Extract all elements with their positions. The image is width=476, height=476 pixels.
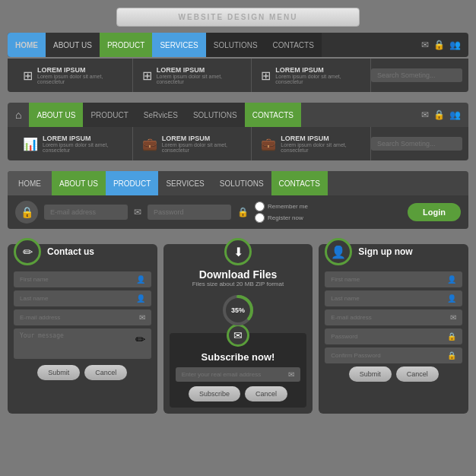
firstname-input[interactable] [20,276,136,283]
email-row: ✉ [14,309,151,325]
signup-confirm-input[interactable] [331,352,447,359]
chart-icon: 📊 [23,137,38,151]
grid-icon-2: ⊞ [142,68,152,83]
download-icon: ⬇ [233,245,243,259]
nav3-contacts[interactable]: CONTACTS [271,171,328,195]
subscribe-email-input[interactable] [182,371,289,378]
login-button[interactable]: Login [408,203,461,221]
signup-firstname-input[interactable] [331,276,447,283]
lock-icon-signup: 🔒 [447,332,456,341]
nav3-product[interactable]: PRODUCT [106,171,158,195]
login-lock-icon: 🔒 [15,201,38,224]
signup-btn-row: Submit Cancel [325,367,462,382]
email-icon-login: ✉ [134,207,141,217]
contact-submit-button[interactable]: Submit [37,365,80,380]
nav-bar-3: HOME ABOUT US PRODUCT SERVICES SOLUTIONS… [8,171,468,195]
submenu2-text-3: LOREM IPSUM Lorem ipsum dolor sit amet, … [281,135,361,153]
login-email-input[interactable] [44,205,128,220]
signup-firstname-row: 👤 [325,271,462,287]
pencil-icon-msg: ✏ [135,332,145,347]
nav1-about[interactable]: ABOUT US [46,33,100,57]
signup-lastname-input[interactable] [331,295,447,302]
nav3-about[interactable]: ABOUT US [52,171,106,195]
user-icon-contact: 👤 [136,275,145,284]
remember-radio[interactable] [255,202,265,211]
submenu-sub-2: Lorem ipsum dolor sit amet, consectetur [157,74,243,84]
submenu2-sub-2: Lorem ipsum dolor sit amet, consectetur [162,142,243,153]
nav-bar-2: ⌂ ABOUT US PRODUCT SeRvicES SOLUTIONS CO… [8,103,468,127]
submenu2-text-1: LOREM IPSUM Lorem ipsum dolor sit amet, … [43,135,123,153]
nav1-services[interactable]: SERVICES [152,33,205,57]
subscribe-section: ✉ Subscribe now! ✉ Subscribe Cancel [170,333,307,408]
submenu-title-2: LOREM IPSUM [157,66,243,74]
register-radio[interactable] [255,213,265,223]
subscribe-btn-row: Subscribe Cancel [176,386,301,401]
submenu-item-3: ⊞ LOREM IPSUM Lorem ipsum dolor sit amet… [252,59,371,92]
user-icon-s2: 👤 [447,294,456,303]
signup-password-row: 🔒 [325,328,462,344]
nav3-services[interactable]: SERVICES [158,171,211,195]
lock-icon-confirm: 🔒 [447,351,456,360]
contact-cancel-button[interactable]: Cancel [84,365,127,380]
signup-password-input[interactable] [331,333,447,340]
login-password-input[interactable] [148,205,231,220]
nav3-home[interactable]: HOME [8,171,52,195]
submenu-sub-1: Lorem ipsum dolor sit amet, consectetur [37,74,123,84]
nav1-contacts[interactable]: CONTACTS [265,33,322,57]
bag-icon-2: 💼 [261,137,276,151]
submenu2-item-3: 💼 LOREM IPSUM Lorem ipsum dolor sit amet… [252,127,371,160]
page-title: WEBSITE DESIGN MENU [140,13,336,21]
signup-cancel-button[interactable]: Cancel [396,367,439,382]
user-icon-contact-2: 👤 [136,294,145,303]
nav2-solutions[interactable]: SOLUTIONS [186,103,245,127]
contact-icon-circle: ✏ [14,238,41,265]
grid-icon-3: ⊞ [261,68,271,83]
nav-section-1: HOME ABOUT US PRODUCT SERVICES SOLUTIONS… [8,33,468,98]
subscribe-button[interactable]: Subscribe [189,386,240,401]
subscribe-email-icon: ✉ [233,329,243,341]
email-icon-contact: ✉ [139,313,145,322]
email-icon-signup: ✉ [450,313,456,322]
submenu2-text-2: LOREM IPSUM Lorem ipsum dolor sit amet, … [162,135,243,153]
email-input-contact[interactable] [20,314,139,321]
nav2-home[interactable]: ⌂ [8,103,29,127]
signup-icon-circle: 👤 [325,238,352,265]
user-icon-signup: 👤 [331,245,346,259]
submenu-text-3: LOREM IPSUM Lorem ipsum dolor sit amet, … [275,66,361,84]
nav3-solutions[interactable]: SOLUTIONS [212,171,271,195]
nav1-icons: ✉ 🔒 👥 [414,33,468,57]
submenu2-sub-3: Lorem ipsum dolor sit amet, consectetur [281,142,361,153]
progress-label: 35% [231,306,245,314]
submenu-text-1: LOREM IPSUM Lorem ipsum dolor sit amet, … [37,66,123,84]
subscribe-cancel-button[interactable]: Cancel [245,386,287,401]
download-card: ⬇ Download Files Files size about 20 MB … [163,244,313,414]
submenu2-sub-1: Lorem ipsum dolor sit amet, consectetur [43,142,123,153]
email-icon: ✉ [421,40,429,50]
submenu2-item-2: 💼 LOREM IPSUM Lorem ipsum dolor sit amet… [133,127,252,160]
lastname-row: 👤 [14,290,151,306]
search-input-2[interactable] [371,137,462,151]
message-textarea[interactable] [20,332,135,355]
nav-section-2: ⌂ ABOUT US PRODUCT SeRvicES SOLUTIONS CO… [8,103,468,167]
signup-email-input[interactable] [331,314,450,321]
users-icon: 👥 [449,40,461,50]
nav1-solutions[interactable]: SOLUTIONS [206,33,265,57]
subscribe-input-row: ✉ [176,367,301,382]
search-wrap-1 [371,68,462,82]
user-icon-s1: 👤 [447,275,456,284]
lastname-input[interactable] [20,295,136,302]
lock-icon: 🔒 [433,40,445,50]
nav1-home[interactable]: HOME [8,33,46,57]
nav2-services[interactable]: SeRvicES [136,103,186,127]
login-bar: 🔒 ✉ 🔒 Remember me Register now Login [8,195,468,229]
remember-label: Remember me [268,203,308,210]
nav2-about[interactable]: ABOUT US [29,103,83,127]
nav2-product[interactable]: PRODUCT [83,103,135,127]
nav2-contacts[interactable]: CONTACTS [245,103,301,127]
signup-submit-button[interactable]: Submit [349,367,392,382]
subscribe-email-icon-2: ✉ [288,370,294,379]
submenu-text-2: LOREM IPSUM Lorem ipsum dolor sit amet, … [157,66,243,84]
search-input-1[interactable] [371,68,462,82]
submenu-bar-2: 📊 LOREM IPSUM Lorem ipsum dolor sit amet… [8,127,468,160]
nav1-product[interactable]: PRODUCT [100,33,152,57]
